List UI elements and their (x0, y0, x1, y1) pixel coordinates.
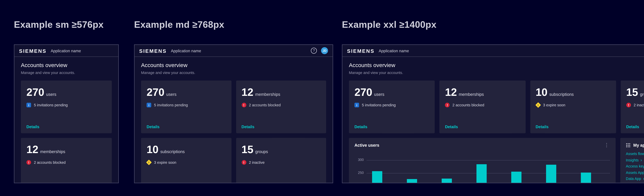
chart-bar (372, 171, 382, 183)
app-frame-md: SIEMENS Application name ? JD Accounts o… (134, 44, 333, 183)
alert-icon: ! (626, 103, 631, 107)
alert-icon: ! (445, 103, 450, 107)
siemens-logo: SIEMENS (347, 48, 374, 53)
badge-text: 2 inactive (634, 103, 644, 107)
y-axis-tick: 300 (354, 158, 364, 162)
stat-unit: users (166, 92, 176, 97)
app-link-insights[interactable]: Insights› (626, 157, 644, 163)
chevron-right-icon: › (640, 158, 642, 162)
active-users-panel: Active users ⋮ 300 250 (349, 138, 616, 183)
app-header: SIEMENS Application name (14, 45, 118, 57)
stat-value: 270 (26, 87, 44, 98)
my-apps-panel: My apps ⋮ Assets flow› Insights› Access … (620, 138, 644, 183)
chart-bar (511, 172, 522, 183)
badge-text: 2 accounts blocked (34, 160, 66, 164)
badge-text: 5 invitations pending (362, 103, 396, 107)
stat-value-row: 10 subscriptions (536, 87, 610, 98)
stat-badge-row: ! 2 accounts blocked (242, 103, 320, 107)
stat-card-grid: 270 users i 5 invitations pending Detail… (21, 81, 112, 183)
stat-card-users: 270 users i 5 invitations pending Detail… (141, 81, 231, 133)
badge-text: 3 expire soon (543, 103, 565, 107)
chart-bar (407, 179, 417, 183)
stat-unit: memberships (255, 92, 280, 97)
stat-unit: groups (255, 149, 268, 154)
details-link[interactable]: Details (445, 124, 458, 129)
stat-card-users: 270 users i 5 invitations pending Detail… (21, 81, 112, 133)
app-link-access-key[interactable]: Access key› (626, 163, 644, 170)
alert-icon: ! (242, 160, 246, 165)
page-subtitle: Manage and view your accounts. (21, 71, 112, 75)
stat-value: 12 (445, 87, 457, 98)
stat-unit: subscriptions (160, 149, 185, 154)
stat-unit: memberships (459, 92, 484, 97)
stat-badge-row: ! 2 accounts blocked (26, 160, 106, 165)
stat-badge-row: ! 2 inactive (626, 103, 644, 107)
active-users-title: Active users (354, 143, 379, 147)
stat-card-grid: 270 users i 5 invitations pending Detail… (141, 81, 326, 183)
stat-value: 10 (536, 87, 548, 98)
app-name: Application name (379, 48, 409, 53)
app-link-list: Assets flow› Insights› Access key› Asset… (626, 151, 644, 182)
y-axis-tick: 250 (354, 171, 364, 175)
stat-card-grid: 270 users i 5 invitations pending Detail… (349, 81, 644, 133)
details-link[interactable]: Details (354, 124, 367, 129)
warning-icon: ! (535, 102, 541, 108)
stat-value: 270 (146, 87, 164, 98)
stat-value: 15 (242, 144, 253, 155)
example-title-md: Example md ≥768px (134, 19, 224, 30)
stat-badge-row: ! 3 expire soon (146, 160, 226, 165)
stat-card-users: 270 users i 5 invitations pending Detail… (349, 81, 435, 133)
chevron-right-icon: › (643, 177, 644, 181)
page-subtitle: Manage and view your accounts. (349, 71, 644, 75)
app-link-assets-app[interactable]: Assets App› (626, 170, 644, 176)
help-icon[interactable]: ? (311, 48, 317, 54)
stat-card-groups: 15 groups ! 2 inactive Details (621, 81, 644, 133)
app-link-data-app[interactable]: Data App› (626, 176, 644, 182)
page-title: Accounts overview (21, 62, 112, 69)
chart-bar (546, 165, 556, 183)
stat-badge-row: ! 2 inactive (242, 160, 320, 165)
page-title: Accounts overview (141, 62, 326, 69)
details-link[interactable]: Details (146, 124, 160, 129)
page-subtitle: Manage and view your accounts. (141, 71, 326, 75)
widget-header: My apps ⋮ (626, 142, 644, 148)
app-link-assets-flow[interactable]: Assets flow› (626, 151, 644, 157)
stat-card-groups: 15 groups ! 2 inactive Details (236, 138, 326, 183)
siemens-logo: SIEMENS (19, 48, 47, 53)
details-link[interactable]: Details (536, 124, 548, 129)
stat-card-memberships: 12 memberships ! 2 accounts blocked Deta… (21, 138, 112, 183)
info-icon: i (354, 103, 359, 107)
details-link[interactable]: Details (26, 124, 39, 129)
stat-card-memberships: 12 memberships ! 2 accounts blocked Deta… (440, 81, 526, 133)
chart-bar (442, 179, 452, 183)
stat-value-row: 15 groups (242, 144, 320, 155)
stat-value-row: 10 subscriptions (146, 144, 226, 155)
stat-value-row: 12 memberships (26, 144, 106, 155)
my-apps-title: My apps (633, 143, 644, 147)
avatar[interactable]: JD (321, 47, 328, 54)
stat-value: 15 (626, 87, 638, 98)
stat-value-row: 15 groups (626, 87, 644, 98)
widget-row: Active users ⋮ 300 250 (349, 138, 644, 183)
stat-unit: subscriptions (549, 92, 574, 97)
apps-grid-icon (626, 143, 630, 147)
warning-icon: ! (146, 160, 152, 165)
breakpoint-examples-canvas: Example sm ≥576px SIEMENS Application na… (0, 0, 644, 196)
stat-value-row: 270 users (26, 87, 106, 98)
stat-value: 12 (242, 87, 253, 98)
stat-value-row: 270 users (354, 87, 429, 98)
badge-text: 2 accounts blocked (249, 103, 281, 107)
page-content: Accounts overview Manage and view your a… (134, 57, 333, 183)
details-link[interactable]: Details (242, 124, 254, 129)
chart-bar (476, 164, 486, 183)
app-frame-xxl: SIEMENS Application name ? JD Accounts o… (342, 44, 644, 183)
badge-text: 3 expire soon (154, 160, 176, 164)
example-title-sm: Example sm ≥576px (14, 19, 104, 30)
kebab-menu-icon[interactable]: ⋮ (603, 142, 610, 148)
page-content: Accounts overview Manage and view your a… (14, 57, 118, 183)
details-link[interactable]: Details (626, 124, 639, 129)
active-users-chart: 300 250 (354, 156, 610, 183)
stat-card-subscriptions: 10 subscriptions ! 3 expire soon Details (530, 81, 616, 133)
badge-text: 5 invitations pending (154, 103, 188, 107)
info-icon: i (146, 103, 151, 107)
